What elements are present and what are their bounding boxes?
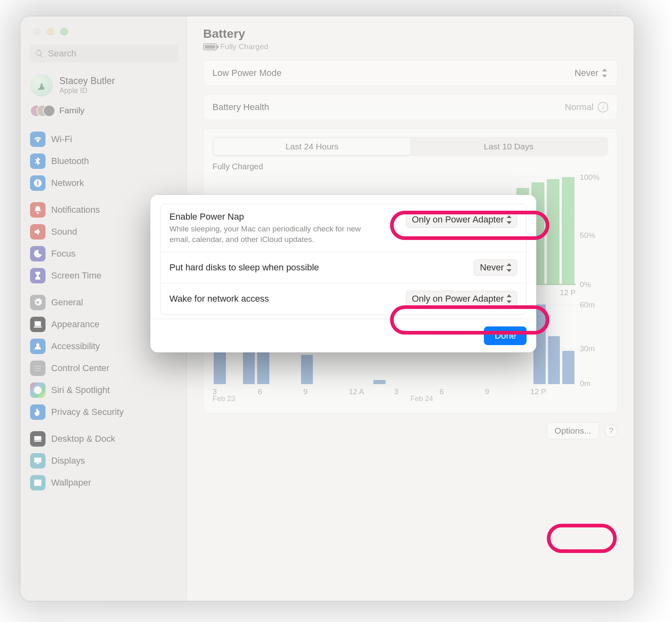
info-icon[interactable]: i xyxy=(598,102,608,112)
wallpaper-icon xyxy=(30,475,46,490)
power-options-dialog: Enable Power Nap While sleeping, your Ma… xyxy=(150,195,536,352)
bar xyxy=(301,355,313,384)
segment-24h[interactable]: Last 24 Hours xyxy=(214,138,410,155)
wifi-icon xyxy=(30,132,46,147)
chart-level-title: Fully Charged xyxy=(212,162,608,171)
x-tick: 6 xyxy=(440,387,485,396)
x-tick: 12 P xyxy=(530,387,576,396)
sidebar-item-bluetooth[interactable]: Bluetooth xyxy=(28,150,183,172)
x-tick: 12 A xyxy=(349,387,394,396)
battery-icon xyxy=(203,43,217,50)
dock-icon xyxy=(30,431,46,447)
person-icon xyxy=(30,339,46,354)
sidebar-item-label: Wallpaper xyxy=(51,477,91,488)
sidebar-item-label: Network xyxy=(51,178,84,188)
options-button[interactable]: Options... xyxy=(547,422,599,439)
hand-icon xyxy=(30,404,46,420)
family-row[interactable]: Family xyxy=(28,100,183,123)
sidebar-item-label: Wi-Fi xyxy=(51,134,72,145)
y-axis-label: 50% xyxy=(580,231,612,240)
sidebar-item-label: Focus xyxy=(51,248,76,259)
battery-health-value: Normal xyxy=(565,102,594,112)
hard-disk-sleep-select[interactable]: Never xyxy=(474,259,517,276)
help-button[interactable]: ? xyxy=(605,424,618,437)
sidebar-item-label: Privacy & Security xyxy=(51,407,124,417)
y-axis-label: 100% xyxy=(580,173,612,182)
siri-icon xyxy=(30,382,46,398)
sliders-icon xyxy=(30,361,46,376)
sidebar-item-label: Bluetooth xyxy=(51,156,89,166)
sidebar-item-label: Control Center xyxy=(51,363,109,374)
low-power-mode-row[interactable]: Low Power Mode Never xyxy=(204,60,617,86)
display-icon xyxy=(30,453,46,469)
sidebar-item-label: Accessibility xyxy=(51,341,100,352)
x-tick: 9 xyxy=(303,387,349,396)
x-tick: 3 xyxy=(212,387,258,396)
time-range-segment[interactable]: Last 24 Hours Last 10 Days xyxy=(212,137,608,156)
family-label: Family xyxy=(59,106,85,115)
user-name: Stacey Butler xyxy=(59,76,115,87)
sidebar-item-wi-fi[interactable]: Wi-Fi xyxy=(28,128,183,150)
x-tick: 6 xyxy=(258,387,303,396)
x-axis-label: 12 P xyxy=(530,288,576,297)
sidebar-item-label: Displays xyxy=(51,456,85,466)
wake-network-select[interactable]: Only on Power Adapter xyxy=(406,291,517,307)
user-subtitle: Apple ID xyxy=(59,86,115,95)
y-axis-label: 0% xyxy=(580,280,612,289)
y-axis-label: 0m xyxy=(580,379,612,388)
chevron-updown-icon xyxy=(505,294,513,303)
search-input[interactable] xyxy=(48,48,173,59)
sidebar-item-label: Sound xyxy=(51,227,77,237)
hourglass-icon xyxy=(30,268,46,283)
power-nap-select[interactable]: Only on Power Adapter xyxy=(406,212,517,228)
bell-icon xyxy=(30,202,46,218)
wake-network-label: Wake for network access xyxy=(169,294,269,304)
power-nap-description: While sleeping, your Mac can periodicall… xyxy=(169,224,364,244)
sound-icon xyxy=(30,224,46,240)
bar xyxy=(562,351,574,384)
battery-health-label: Battery Health xyxy=(212,102,269,112)
x-tick: 3 xyxy=(394,387,440,396)
bar xyxy=(373,380,386,384)
apple-id-row[interactable]: Stacey Butler Apple ID xyxy=(28,69,183,100)
sidebar-item-label: Screen Time xyxy=(51,270,102,281)
sidebar-item-label: Siri & Spotlight xyxy=(51,385,110,395)
user-avatar xyxy=(30,74,53,97)
x-tick: 9 xyxy=(485,387,531,396)
sidebar-item-control-center[interactable]: Control Center xyxy=(28,357,183,379)
bluetooth-icon xyxy=(30,153,46,169)
y-axis-label: 30m xyxy=(580,344,612,353)
done-button[interactable]: Done xyxy=(484,326,527,345)
bar xyxy=(547,179,559,285)
sidebar-item-privacy-security[interactable]: Privacy & Security xyxy=(28,401,183,423)
segment-10d[interactable]: Last 10 Days xyxy=(410,138,607,155)
sidebar-item-label: Notifications xyxy=(51,205,100,215)
family-avatars xyxy=(30,105,53,116)
sidebar-item-label: Desktop & Dock xyxy=(51,434,115,444)
low-power-mode-label: Low Power Mode xyxy=(212,68,282,78)
battery-status: Fully Charged xyxy=(220,42,268,51)
sidebar-item-network[interactable]: Network xyxy=(28,172,183,194)
sidebar-item-label: Appearance xyxy=(51,319,100,330)
battery-health-row[interactable]: Battery Health Normal i xyxy=(204,95,617,120)
sidebar-item-displays[interactable]: Displays xyxy=(28,450,183,472)
page-title: Battery xyxy=(203,27,618,41)
y-axis-label: 60m xyxy=(580,300,612,309)
power-nap-label: Enable Power Nap xyxy=(169,212,364,222)
hard-disk-sleep-label: Put hard disks to sleep when possible xyxy=(169,262,319,273)
sidebar-item-label: General xyxy=(51,297,83,308)
gear-icon xyxy=(30,295,46,310)
sidebar-item-wallpaper[interactable]: Wallpaper xyxy=(28,472,183,494)
bar xyxy=(562,177,574,285)
chevron-updown-icon xyxy=(601,69,608,78)
low-power-mode-select[interactable]: Never xyxy=(574,68,608,78)
network-icon xyxy=(30,175,46,191)
sidebar-item-desktop-dock[interactable]: Desktop & Dock xyxy=(28,428,183,450)
sidebar-item-siri-spotlight[interactable]: Siri & Spotlight xyxy=(28,379,183,401)
search-icon xyxy=(35,49,44,58)
moon-icon xyxy=(30,246,46,261)
bar xyxy=(548,336,560,384)
chevron-updown-icon xyxy=(505,263,513,272)
chevron-updown-icon xyxy=(505,215,513,224)
search-field[interactable] xyxy=(29,45,179,63)
